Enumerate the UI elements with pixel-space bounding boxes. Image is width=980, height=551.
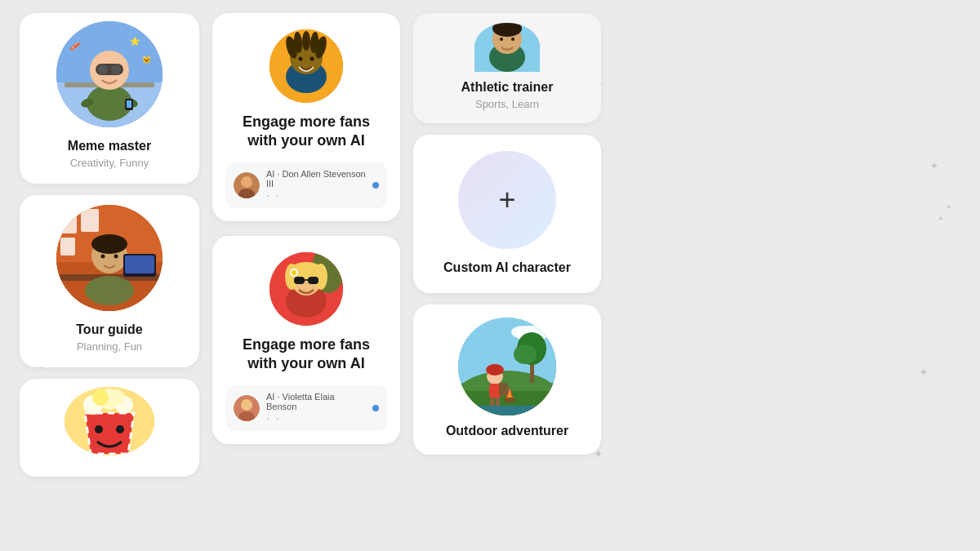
card-tour-guide[interactable]: Tour guide Planning, Fun	[20, 195, 199, 367]
popcorn-avatar	[65, 387, 154, 455]
meme-master-subtitle: Creativity, Funny	[70, 157, 149, 169]
svg-point-7	[111, 64, 121, 74]
tour-guide-title: Tour guide	[76, 322, 142, 337]
meme-master-illustration: 🥓 ⭐ 🐱	[56, 21, 163, 127]
meme-master-title: Meme master	[68, 139, 151, 153]
athletic-trainer-avatar-partial	[474, 23, 540, 72]
svg-point-21	[101, 255, 105, 259]
engage-2-user-row[interactable]: AI · Violetta Elaia Benson · ·	[225, 385, 387, 431]
svg-rect-83	[499, 383, 508, 396]
engage-1-user-avatar	[234, 172, 260, 198]
column-3: Athletic trainer Sports, Learn + Custom …	[413, 13, 601, 538]
engage-2-title: Engage more fans with your own AI	[225, 335, 387, 374]
svg-rect-84	[490, 397, 494, 407]
outdoor-adventurer-title: Outdoor adventurer	[446, 424, 568, 438]
athletic-trainer-title: Athletic trainer	[461, 80, 554, 95]
engage-card-2[interactable]: Engage more fans with your own AI AI · V…	[212, 236, 400, 444]
tour-guide-subtitle: Planning, Fun	[77, 340, 142, 353]
svg-point-34	[92, 389, 109, 406]
engage-2-user-name: AI · Violetta Elaia Benson	[266, 392, 366, 411]
engage-1-avatar	[270, 29, 343, 103]
engage-1-user-info: AI · Don Allen Stevenson III · ·	[266, 169, 366, 202]
engage-1-user-name: AI · Don Allen Stevenson III	[266, 169, 366, 189]
popcorn-illustration	[65, 387, 154, 455]
main-layout: 🥓 ⭐ 🐱 Meme master Creativity, Funny	[0, 0, 980, 551]
svg-text:⭐: ⭐	[130, 36, 140, 47]
card-athletic-trainer[interactable]: Athletic trainer Sports, Learn	[413, 13, 601, 123]
tour-guide-illustration	[56, 205, 163, 311]
engage-2-user-info: AI · Violetta Elaia Benson · ·	[266, 392, 366, 424]
engage-card-1[interactable]: Engage more fans with your own AI AI · D…	[212, 13, 400, 221]
outdoor-adventurer-illustration	[458, 318, 556, 415]
svg-point-71	[511, 38, 514, 41]
svg-text:🐱: 🐱	[142, 55, 152, 64]
svg-point-37	[116, 425, 124, 433]
svg-point-70	[500, 38, 503, 41]
tour-guide-avatar	[56, 205, 163, 311]
svg-rect-89	[458, 406, 556, 415]
card-meme-master[interactable]: 🥓 ⭐ 🐱 Meme master Creativity, Funny	[20, 13, 199, 184]
svg-point-88	[504, 398, 515, 402]
svg-rect-24	[125, 256, 154, 273]
svg-rect-26	[81, 209, 99, 232]
athletic-trainer-illustration	[474, 23, 540, 72]
card-custom-ai[interactable]: + Custom AI character	[413, 135, 601, 293]
plus-icon: +	[498, 185, 515, 215]
svg-rect-11	[127, 100, 131, 108]
column-1: 🥓 ⭐ 🐱 Meme master Creativity, Funny	[20, 13, 199, 538]
svg-rect-82	[489, 384, 501, 398]
engage-2-user-dots: · ·	[266, 411, 366, 424]
svg-point-79	[514, 344, 537, 364]
custom-ai-circle: +	[458, 151, 556, 249]
svg-point-64	[241, 399, 252, 411]
svg-point-57	[314, 264, 327, 290]
card-popcorn[interactable]	[20, 379, 199, 477]
svg-rect-85	[496, 397, 500, 407]
engage-2-avatar	[270, 252, 343, 326]
svg-point-35	[109, 389, 125, 406]
svg-rect-59	[308, 277, 318, 284]
engage-1-dot	[372, 182, 379, 189]
engage-1-avatar-row	[225, 29, 387, 103]
engage-2-avatar-row	[225, 252, 387, 326]
column-2: Engage more fans with your own AI AI · D…	[212, 13, 400, 538]
svg-point-56	[285, 264, 298, 290]
svg-point-49	[241, 176, 252, 188]
meme-master-avatar: 🥓 ⭐ 🐱	[56, 21, 163, 127]
svg-point-22	[114, 255, 118, 259]
custom-ai-title: Custom AI character	[443, 260, 571, 275]
engage-1-user-row[interactable]: AI · Don Allen Stevenson III · ·	[225, 162, 387, 208]
svg-point-46	[299, 57, 303, 61]
svg-point-81	[486, 364, 504, 375]
violetta-illustration	[270, 252, 343, 326]
svg-point-47	[310, 57, 314, 61]
athletic-trainer-subtitle: Sports, Learn	[475, 98, 539, 110]
engage-1-title: Engage more fans with your own AI	[225, 113, 387, 151]
svg-point-6	[98, 64, 108, 74]
engage-1-user-dots: · ·	[266, 189, 366, 202]
svg-point-36	[95, 425, 103, 433]
svg-rect-25	[60, 213, 77, 233]
svg-rect-27	[60, 238, 75, 256]
card-outdoor-adventurer[interactable]: Outdoor adventurer	[413, 304, 601, 455]
engage-2-dot	[372, 405, 379, 411]
svg-point-43	[302, 31, 310, 51]
engage-2-user-avatar	[234, 395, 260, 421]
svg-rect-58	[294, 277, 305, 284]
outdoor-adventurer-avatar	[458, 318, 556, 415]
svg-point-18	[85, 276, 134, 305]
svg-text:🥓: 🥓	[69, 40, 81, 52]
don-allen-illustration	[270, 29, 343, 103]
svg-point-20	[91, 234, 127, 254]
svg-point-62	[292, 270, 296, 275]
